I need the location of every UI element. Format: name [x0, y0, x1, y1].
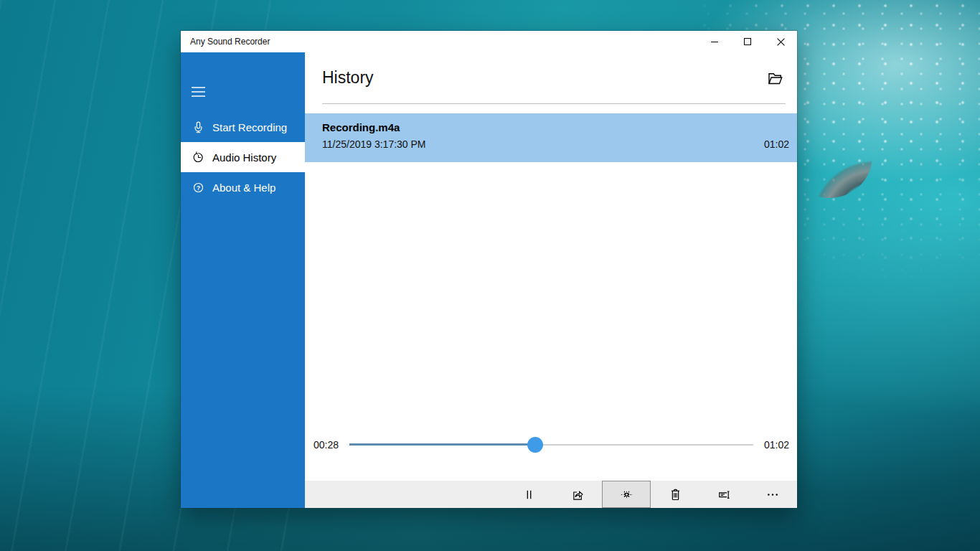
history-icon: [192, 151, 205, 164]
sidebar: Start Recording Audio History: [181, 52, 305, 508]
player-row: 00:28 01:02: [305, 434, 797, 456]
sidebar-nav: Start Recording Audio History: [181, 112, 305, 202]
recording-list-item[interactable]: Recording.m4a 11/25/2019 3:17:30 PM 01:0…: [305, 113, 797, 162]
help-icon: ?: [192, 181, 205, 194]
more-icon: [765, 487, 781, 502]
hamburger-icon: [192, 87, 206, 97]
window-controls: [698, 31, 797, 52]
maximize-icon: [744, 38, 751, 45]
sidebar-item-label: About & Help: [212, 182, 275, 194]
main-header: History: [305, 52, 797, 88]
total-time: 01:02: [764, 439, 789, 451]
minimize-icon: [711, 38, 718, 45]
slider-thumb[interactable]: [527, 437, 543, 453]
delete-icon: [668, 487, 683, 502]
main-panel: History Recording.m4a 11/25/2019 3:17:30…: [305, 52, 797, 508]
maximize-button[interactable]: [731, 31, 764, 52]
app-window: Any Sound Recorder: [181, 31, 797, 508]
recording-name: Recording.m4a: [322, 121, 789, 133]
slider-fill: [349, 443, 535, 446]
titlebar: Any Sound Recorder: [181, 31, 797, 52]
sidebar-item-label: Audio History: [212, 151, 276, 164]
sidebar-item-start-recording[interactable]: Start Recording: [181, 112, 305, 142]
recording-meta: 11/25/2019 3:17:30 PM 01:02: [322, 138, 789, 150]
recording-duration: 01:02: [764, 138, 789, 150]
trim-icon: [619, 487, 634, 502]
minimize-button[interactable]: [698, 31, 731, 52]
recording-datetime: 11/25/2019 3:17:30 PM: [322, 138, 426, 150]
seek-slider[interactable]: [349, 434, 753, 456]
pause-button[interactable]: [504, 481, 553, 508]
rename-button[interactable]: [699, 481, 748, 508]
svg-text:?: ?: [197, 184, 200, 191]
open-folder-button[interactable]: [766, 70, 784, 87]
elapsed-time: 00:28: [314, 439, 339, 451]
trim-button[interactable]: [602, 481, 651, 508]
sidebar-item-label: Start Recording: [212, 121, 287, 133]
more-button[interactable]: [748, 481, 797, 508]
menu-button[interactable]: [186, 81, 212, 103]
bottom-toolbar: [305, 481, 797, 508]
pause-icon: [522, 487, 537, 502]
share-button[interactable]: [553, 481, 602, 508]
close-icon: [777, 38, 785, 46]
sidebar-item-audio-history[interactable]: Audio History: [181, 142, 305, 172]
microphone-icon: [192, 121, 205, 134]
rename-icon: [717, 487, 732, 502]
app-body: Start Recording Audio History: [181, 52, 797, 508]
sidebar-item-about-help[interactable]: ? About & Help: [181, 172, 305, 202]
window-title: Any Sound Recorder: [181, 37, 270, 47]
share-icon: [570, 487, 585, 502]
header-divider: [322, 103, 786, 104]
page-title: History: [322, 68, 374, 88]
close-button[interactable]: [764, 31, 797, 52]
delete-button[interactable]: [651, 481, 699, 508]
open-folder-icon: [766, 70, 784, 87]
